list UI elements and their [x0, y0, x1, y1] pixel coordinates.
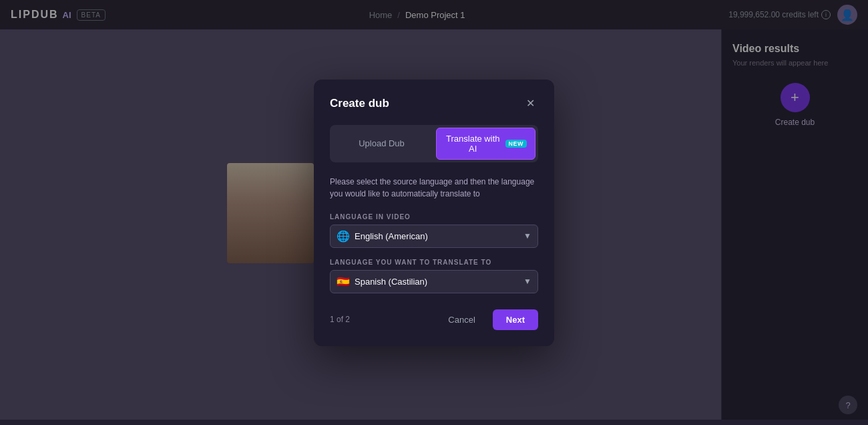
language-translate-wrapper: 🇪🇸 Spanish (Castilian) French German Ita… — [330, 270, 538, 293]
modal-description: Please select the source language and th… — [330, 176, 538, 200]
cancel-button[interactable]: Cancel — [437, 309, 485, 330]
next-button[interactable]: Next — [493, 309, 538, 330]
modal-footer: 1 of 2 Cancel Next — [330, 309, 538, 330]
footer-buttons: Cancel Next — [437, 309, 538, 330]
create-dub-modal: Create dub ✕ Upload Dub Translate with A… — [314, 80, 554, 346]
modal-overlay: Create dub ✕ Upload Dub Translate with A… — [0, 0, 868, 425]
language-in-video-wrapper: 🌐 English (American) English (British) F… — [330, 225, 538, 248]
modal-header: Create dub ✕ — [330, 96, 538, 112]
tab-upload-dub[interactable]: Upload Dub — [333, 128, 431, 160]
language-translate-select[interactable]: Spanish (Castilian) French German Italia… — [330, 270, 538, 293]
modal-tabs: Upload Dub Translate with AI NEW — [330, 125, 538, 162]
tab-translate-label: Translate with AI — [445, 134, 501, 154]
language-in-video-select[interactable]: English (American) English (British) Fre… — [330, 225, 538, 248]
tab-translate-ai[interactable]: Translate with AI NEW — [436, 128, 535, 160]
page-indicator: 1 of 2 — [330, 315, 350, 324]
language-in-video-group: LANGUAGE IN VIDEO 🌐 English (American) E… — [330, 213, 538, 248]
new-badge: NEW — [505, 140, 527, 148]
language-translate-group: LANGUAGE YOU WANT TO TRANSLATE TO 🇪🇸 Spa… — [330, 259, 538, 293]
modal-close-button[interactable]: ✕ — [522, 96, 538, 112]
language-translate-label: LANGUAGE YOU WANT TO TRANSLATE TO — [330, 259, 538, 266]
modal-title: Create dub — [330, 97, 389, 110]
language-in-video-label: LANGUAGE IN VIDEO — [330, 213, 538, 221]
